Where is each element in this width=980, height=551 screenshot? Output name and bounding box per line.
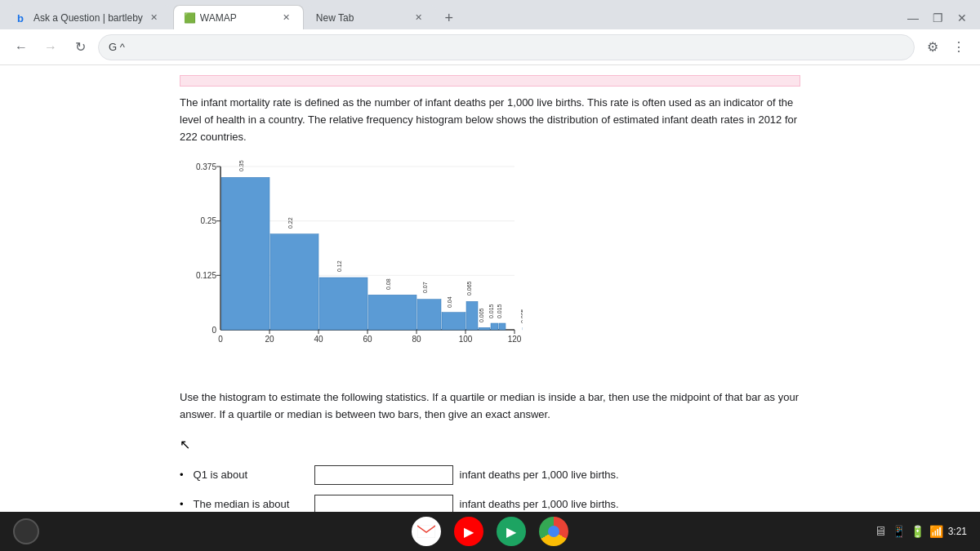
median-unit: infant deaths per 1,000 live births. [460, 498, 619, 510]
minimize-button[interactable]: — [902, 7, 924, 29]
gmail-icon[interactable] [412, 517, 441, 546]
bar-115-118 [499, 323, 506, 330]
tab-newtab-label: New Tab [316, 12, 408, 24]
histogram-container: 0.375 0.25 0.125 0 0.35 0 [180, 158, 800, 373]
bar-label-105-110: 0.005 [479, 309, 484, 323]
screen-icon: 🖥 [874, 524, 887, 539]
bar-label-60-80: 0.08 [385, 279, 391, 291]
bar-label-110-115: 0.015 [488, 304, 494, 319]
close-button[interactable]: ✕ [951, 7, 973, 29]
tab-wamap-label: WAMAP [200, 12, 275, 24]
median-input[interactable] [314, 495, 453, 512]
question-text: The infant mortality rate is defined as … [180, 95, 800, 145]
y-label-0: 0 [212, 326, 216, 335]
y-label-0375: 0.375 [196, 162, 216, 171]
bar-90-100 [442, 313, 466, 330]
taskbar-center: ▶ ▶ [412, 517, 568, 546]
restore-button[interactable]: ❐ [926, 7, 949, 29]
tab-bartleby-label: Ask a Question | bartleby [33, 12, 143, 24]
bar-label-0-20: 0.35 [238, 161, 244, 172]
taskbar-left [13, 518, 39, 544]
bar-80-90 [417, 300, 441, 330]
bar-label-20-40: 0.22 [287, 218, 293, 229]
bullet-median: • [180, 498, 184, 510]
play-store-icon[interactable]: ▶ [497, 517, 526, 546]
x-label-40: 40 [314, 335, 323, 344]
x-label-0: 0 [218, 335, 223, 344]
bar-0-20 [221, 178, 270, 331]
x-label-20: 20 [265, 335, 274, 344]
bar-40-60 [319, 278, 368, 330]
taskbar-circle[interactable] [13, 518, 39, 544]
cursor-area: ↖ [180, 437, 800, 452]
bar-label-40-60: 0.12 [336, 261, 342, 273]
browser-frame: b Ask a Question | bartleby ✕ 🟩 WAMAP ✕ … [0, 0, 980, 551]
tab-wamap[interactable]: 🟩 WAMAP ✕ [173, 5, 304, 29]
q1-label: Q1 is about [194, 469, 308, 481]
youtube-play-symbol: ▶ [464, 524, 474, 540]
forward-button[interactable]: → [39, 36, 62, 59]
bar-label-115-118: 0.015 [497, 304, 502, 319]
bar-105-110 [479, 328, 490, 331]
play-symbol: ▶ [506, 524, 516, 540]
chrome-icon[interactable] [539, 517, 568, 546]
median-label: The median is about [194, 498, 308, 510]
median-row: • The median is about infant deaths per … [180, 495, 800, 512]
y-label-025: 0.25 [201, 216, 217, 225]
bar-label-90-100: 0.04 [447, 297, 452, 309]
x-label-120: 120 [508, 335, 522, 344]
wifi-icon: 📶 [929, 525, 943, 538]
page-inner: The infant mortality rate is defined as … [163, 65, 817, 512]
bar-label-80-90: 0.07 [422, 282, 428, 294]
y-label-0125: 0.125 [196, 271, 216, 280]
x-label-100: 100 [459, 335, 473, 344]
new-tab-button[interactable]: + [438, 7, 461, 29]
tab-newtab-close[interactable]: ✕ [412, 11, 425, 24]
bar-20-40 [270, 234, 318, 330]
wamap-favicon: 🟩 [184, 12, 195, 24]
histogram-svg: 0.375 0.25 0.125 0 0.35 0 [180, 158, 523, 371]
taskbar: ▶ ▶ 🖥 📱 🔋 📶 3:21 [0, 512, 980, 551]
tab-wamap-close[interactable]: ✕ [280, 11, 293, 24]
tab-bar: b Ask a Question | bartleby ✕ 🟩 WAMAP ✕ … [0, 0, 980, 29]
page-content: The infant mortality rate is defined as … [0, 65, 980, 512]
pink-banner [180, 75, 800, 87]
phone-icon: 📱 [892, 525, 906, 538]
nav-bar: ← → ↻ G ^ ⚙ ⋮ [0, 29, 980, 65]
more-button[interactable]: ⋮ [947, 36, 970, 59]
cursor-icon: ↖ [180, 438, 190, 451]
q1-unit: infant deaths per 1,000 live births. [460, 469, 619, 481]
q1-row: • Q1 is about infant deaths per 1,000 li… [180, 465, 800, 485]
instruction-text: Use the histogram to estimate the follow… [180, 389, 800, 424]
nav-right: ⚙ ⋮ [921, 36, 970, 59]
x-label-60: 60 [363, 335, 372, 344]
youtube-icon[interactable]: ▶ [454, 517, 483, 546]
bar-label-100-105: 0.065 [466, 282, 472, 296]
tab-bartleby[interactable]: b Ask a Question | bartleby ✕ [7, 5, 172, 29]
reload-button[interactable]: ↻ [69, 36, 91, 59]
battery-icon: 🔋 [911, 525, 924, 538]
bar-60-80 [368, 295, 416, 331]
taskbar-right: 🖥 📱 🔋 📶 3:21 [874, 524, 967, 539]
gmail-svg [417, 525, 435, 538]
stats-section: • Q1 is about infant deaths per 1,000 li… [180, 465, 800, 512]
time-display: 3:21 [948, 526, 967, 537]
q1-input[interactable] [314, 465, 453, 485]
bar-110-115 [491, 323, 498, 330]
tab-bartleby-close[interactable]: ✕ [148, 11, 161, 24]
bullet-q1: • [180, 469, 184, 481]
x-label-80: 80 [412, 335, 421, 344]
chrome-center [548, 526, 559, 537]
tab-newtab[interactable]: New Tab ✕ [305, 5, 436, 29]
taskbar-status-icons: 🖥 📱 🔋 📶 3:21 [874, 524, 967, 539]
bar-100-105 [466, 302, 478, 331]
bar-label-120-125: 0.005 [520, 309, 523, 324]
back-button[interactable]: ← [10, 36, 33, 59]
extensions-button[interactable]: ⚙ [921, 36, 944, 59]
address-text: G ^ [109, 41, 904, 53]
bartleby-favicon: b [17, 12, 29, 24]
address-bar[interactable]: G ^ [98, 34, 915, 60]
